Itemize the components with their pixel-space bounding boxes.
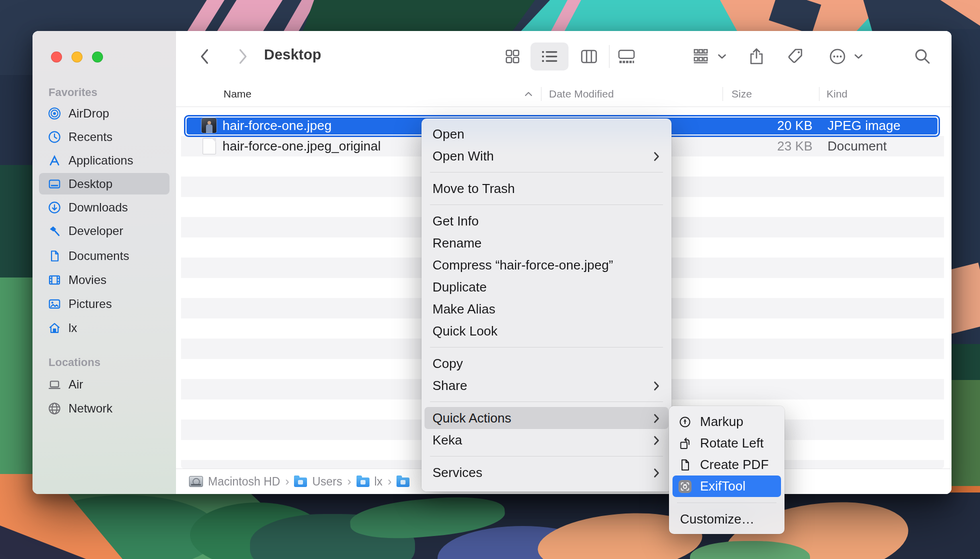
menu-item-duplicate[interactable]: Duplicate	[422, 276, 672, 298]
menu-item-services[interactable]: Services	[422, 462, 672, 484]
path-separator: ›	[285, 474, 289, 488]
submenu-item-rotate-left[interactable]: Rotate Left	[669, 432, 784, 454]
menu-item-quick-actions[interactable]: Quick Actions	[424, 407, 668, 429]
menu-item-get-info[interactable]: Get Info	[422, 210, 672, 232]
menu-item-label: Copy	[432, 356, 463, 371]
sidebar-item-label: Documents	[68, 244, 129, 268]
menu-item-keka[interactable]: Keka	[422, 429, 672, 451]
hard-drive-icon	[189, 476, 203, 487]
path-segment[interactable]: lx	[356, 475, 383, 488]
sidebar-item-air[interactable]: Air	[32, 372, 176, 396]
sidebar-item-recents[interactable]: Recents	[32, 125, 176, 148]
sidebar-item-label: Movies	[68, 268, 106, 292]
folder-icon	[294, 478, 307, 487]
path-separator: ›	[348, 474, 352, 488]
column-view-button[interactable]	[580, 48, 598, 66]
search-icon[interactable]	[914, 48, 932, 66]
sidebar-item-documents[interactable]: Documents	[32, 244, 176, 268]
sidebar-item-network[interactable]: Network	[32, 396, 176, 420]
applications-icon	[48, 154, 61, 167]
toolbar: Desktop	[176, 31, 952, 82]
submenu-item-label: Customize…	[680, 512, 754, 527]
clock-icon	[48, 130, 61, 144]
path-segment[interactable]: Macintosh HD	[189, 475, 280, 488]
column-header-name[interactable]: Name	[224, 82, 252, 106]
chevron-down-icon[interactable]	[854, 48, 864, 66]
menu-item-label: Compress “hair-force-one.jpeg”	[432, 258, 613, 272]
home-icon	[48, 322, 61, 334]
submenu-item-customize[interactable]: Customize…	[669, 508, 784, 530]
menu-item-rename[interactable]: Rename	[422, 232, 672, 254]
column-divider[interactable]	[722, 87, 723, 101]
sidebar: Favorites AirDrop Recents Applications D…	[32, 31, 176, 494]
display-icon	[48, 178, 61, 190]
back-button[interactable]	[196, 48, 214, 66]
menu-item-label: Keka	[432, 432, 462, 448]
sidebar-item-label: Recents	[68, 125, 112, 148]
globe-icon	[48, 402, 61, 415]
close-button[interactable]	[51, 52, 62, 62]
forward-button[interactable]	[234, 48, 252, 66]
menu-item-label: Make Alias	[432, 302, 496, 316]
sidebar-item-label: Pictures	[68, 292, 112, 316]
sidebar-item-movies[interactable]: Movies	[32, 268, 176, 292]
hammer-icon	[48, 224, 61, 238]
sidebar-item-applications[interactable]: Applications	[32, 148, 176, 172]
quick-actions-submenu: Markup Rotate Left Create PDF ExifTool C…	[669, 406, 784, 534]
path-segment[interactable]: Users	[294, 475, 342, 488]
submenu-item-create-pdf[interactable]: Create PDF	[669, 454, 784, 476]
toolbar-divider	[609, 45, 610, 68]
sidebar-item-label: Applications	[68, 148, 133, 172]
path-segment[interactable]	[396, 476, 414, 487]
sidebar-item-home[interactable]: lx	[32, 316, 176, 340]
context-menu: Open Open With Move to Trash Get Info Re…	[422, 118, 672, 492]
path-segment-label: Users	[312, 475, 342, 488]
menu-divider	[430, 204, 663, 205]
path-segment-label: lx	[374, 475, 383, 488]
submenu-item-markup[interactable]: Markup	[669, 411, 784, 432]
sidebar-item-developer[interactable]: Developer	[32, 219, 176, 242]
sort-ascending-icon	[524, 92, 532, 96]
column-header-size[interactable]: Size	[732, 82, 752, 106]
tag-button[interactable]	[786, 48, 804, 66]
column-divider[interactable]	[819, 87, 820, 101]
column-header-row: Name Date Modified Size Kind	[176, 82, 952, 107]
sidebar-item-desktop[interactable]: Desktop	[32, 172, 176, 196]
chevron-down-icon[interactable]	[717, 48, 727, 66]
icon-view-button[interactable]	[504, 48, 522, 66]
menu-item-quick-look[interactable]: Quick Look	[422, 320, 672, 342]
menu-item-open[interactable]: Open	[422, 123, 672, 145]
download-icon	[48, 201, 61, 214]
sidebar-item-downloads[interactable]: Downloads	[32, 196, 176, 219]
column-header-kind[interactable]: Kind	[826, 82, 848, 106]
file-name: hair-force-one.jpeg_original	[222, 136, 381, 156]
more-actions-button[interactable]	[828, 48, 846, 66]
create-pdf-icon	[678, 458, 692, 472]
folder-icon	[396, 478, 410, 487]
menu-item-share[interactable]: Share	[422, 374, 672, 396]
list-view-button[interactable]	[530, 42, 568, 70]
menu-item-label: Rename	[432, 236, 482, 250]
gallery-view-button[interactable]	[618, 48, 636, 66]
zoom-button[interactable]	[92, 52, 103, 62]
share-button[interactable]	[748, 48, 766, 66]
menu-divider	[430, 456, 663, 456]
menu-item-label: Services	[432, 465, 482, 480]
menu-item-compress[interactable]: Compress “hair-force-one.jpeg”	[422, 254, 672, 276]
menu-item-label: Duplicate	[432, 280, 486, 294]
menu-item-move-to-trash[interactable]: Move to Trash	[422, 178, 672, 200]
submenu-item-exiftool[interactable]: ExifTool	[672, 476, 781, 497]
column-header-date-modified[interactable]: Date Modified	[549, 82, 614, 106]
menu-item-label: Get Info	[432, 214, 479, 228]
menu-item-make-alias[interactable]: Make Alias	[422, 298, 672, 320]
image-thumbnail	[202, 118, 216, 133]
minimize-button[interactable]	[72, 52, 82, 62]
submenu-item-label: Rotate Left	[700, 436, 764, 451]
menu-item-copy[interactable]: Copy	[422, 352, 672, 374]
sidebar-item-pictures[interactable]: Pictures	[32, 292, 176, 316]
group-by-button[interactable]	[692, 48, 710, 66]
menu-item-open-with[interactable]: Open With	[422, 145, 672, 167]
sidebar-item-airdrop[interactable]: AirDrop	[32, 102, 176, 125]
file-size: 20 KB	[712, 116, 812, 136]
column-divider[interactable]	[541, 87, 542, 101]
